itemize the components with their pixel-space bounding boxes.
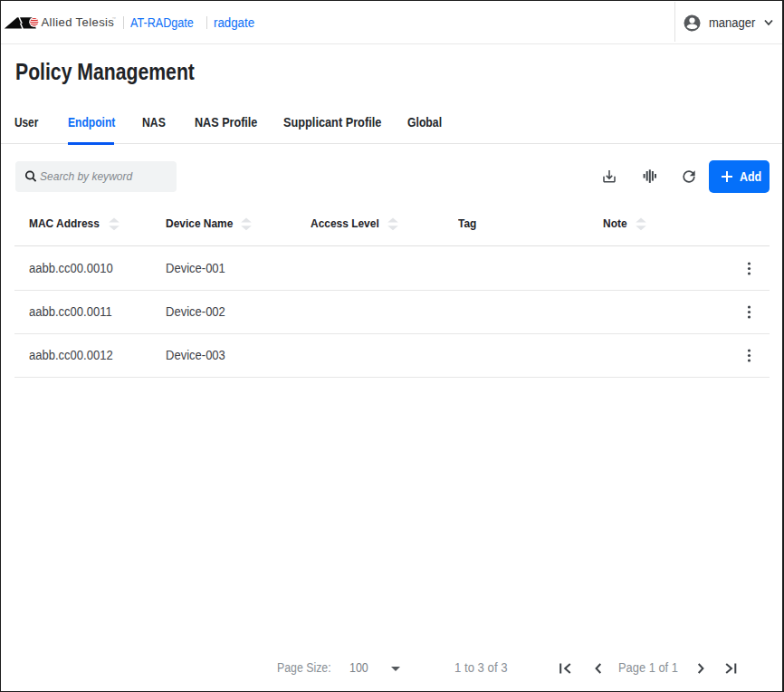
svg-text:™: ™ bbox=[112, 16, 117, 21]
svg-text:Allied Telesis: Allied Telesis bbox=[42, 15, 115, 29]
